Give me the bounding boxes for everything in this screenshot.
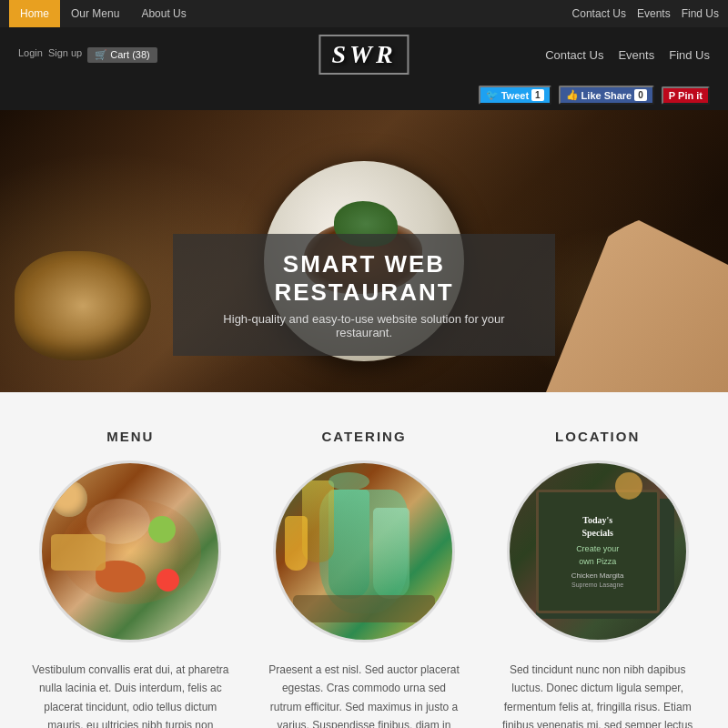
hero-section: SMART WEB RESTAURANT High-quality and ea… <box>0 110 728 392</box>
hero-title: SMART WEB RESTAURANT <box>218 250 510 307</box>
catering-circle-inner <box>276 463 452 640</box>
logo-bar: Login Sign up 🛒 Cart (38) SWR Contact Us… <box>0 27 728 82</box>
site-logo: SWR <box>318 35 409 75</box>
feature-catering: CATERING Praesent a est nisl. Sed auctor… <box>261 429 468 728</box>
auth-area: Login Sign up 🛒 Cart (38) <box>18 47 157 63</box>
tweet-count: 1 <box>531 89 544 101</box>
tweet-label: Tweet <box>501 90 529 101</box>
menu-text: Vestibulum convallis erat dui, at pharet… <box>27 661 234 728</box>
cart-count: 38 <box>136 49 147 60</box>
fb-count: 0 <box>634 89 647 101</box>
location-circle: Today'sSpecials Create yourown Pizza Chi… <box>507 460 689 642</box>
location-title: LOCATION <box>555 429 640 444</box>
social-bar: 🐦 Tweet 1 👍 Like Share 0 P Pin it <box>0 82 728 110</box>
nav-contact-us[interactable]: Contact Us <box>572 7 626 20</box>
nav-about-us[interactable]: About Us <box>130 0 197 27</box>
menu-title: MENU <box>106 429 154 444</box>
cart-label: Cart <box>110 49 129 60</box>
food-dot-4 <box>157 569 179 592</box>
location-accent <box>615 472 642 500</box>
catering-text: Praesent a est nisl. Sed auctor placerat… <box>261 661 468 728</box>
food-dot-5 <box>51 534 106 571</box>
nav-links: Home Our Menu About Us <box>9 0 197 27</box>
menu-circle <box>39 460 221 642</box>
drink-table <box>293 595 434 622</box>
nav-find-us[interactable]: Find Us <box>682 7 719 20</box>
drink-glass-2 <box>373 508 410 599</box>
tweet-button[interactable]: 🐦 Tweet 1 <box>479 86 551 105</box>
food-dot-3 <box>148 516 176 543</box>
location-circle-inner: Today'sSpecials Create yourown Pizza Chi… <box>510 463 686 640</box>
hero-text-box: SMART WEB RESTAURANT High-quality and ea… <box>173 234 555 356</box>
nav-right-links: Contact Us Events Find Us <box>572 7 719 20</box>
drink-small <box>285 516 308 571</box>
catering-title: CATERING <box>321 429 406 444</box>
features-grid: MENU Vestibulum convallis erat dui, at p… <box>27 429 701 728</box>
food-dot-1 <box>51 480 87 517</box>
nav-our-menu[interactable]: Our Menu <box>60 0 130 27</box>
drink-straw <box>329 472 369 490</box>
feature-location: LOCATION Today'sSpecials Create yourown … <box>494 429 701 728</box>
share-label: Share <box>604 90 632 101</box>
catering-circle <box>273 460 455 642</box>
pinterest-label: Pin it <box>678 90 703 101</box>
like-button[interactable]: 👍 Like Share 0 <box>559 86 654 105</box>
cart-button[interactable]: 🛒 Cart (38) <box>87 47 157 63</box>
location-text: Sed tincidunt nunc non nibh dapibus luct… <box>494 661 701 728</box>
signup-link[interactable]: Sign up <box>48 47 82 63</box>
like-label: Like <box>581 90 602 101</box>
right-nav-group: Contact Us Events Find Us <box>545 48 710 62</box>
hero-bread-visual <box>15 251 151 360</box>
events-link[interactable]: Events <box>618 48 654 62</box>
chalkboard: Today'sSpecials Create yourown Pizza Chi… <box>536 490 660 613</box>
hero-subtitle: High-quality and easy-to-use website sol… <box>218 312 510 339</box>
food-plate <box>86 499 150 544</box>
features-section: MENU Vestibulum convallis erat dui, at p… <box>0 392 728 728</box>
drink-glass-1 <box>329 490 369 599</box>
menu-circle-inner <box>42 463 218 640</box>
nav-home[interactable]: Home <box>9 0 60 27</box>
contact-us-link[interactable]: Contact Us <box>545 48 603 62</box>
login-link[interactable]: Login <box>18 47 43 63</box>
pinterest-button[interactable]: P Pin it <box>662 86 710 105</box>
nav-events[interactable]: Events <box>637 7 671 20</box>
find-us-link[interactable]: Find Us <box>669 48 710 62</box>
feature-menu: MENU Vestibulum convallis erat dui, at p… <box>27 429 234 728</box>
navbar: Home Our Menu About Us Contact Us Events… <box>0 0 728 27</box>
